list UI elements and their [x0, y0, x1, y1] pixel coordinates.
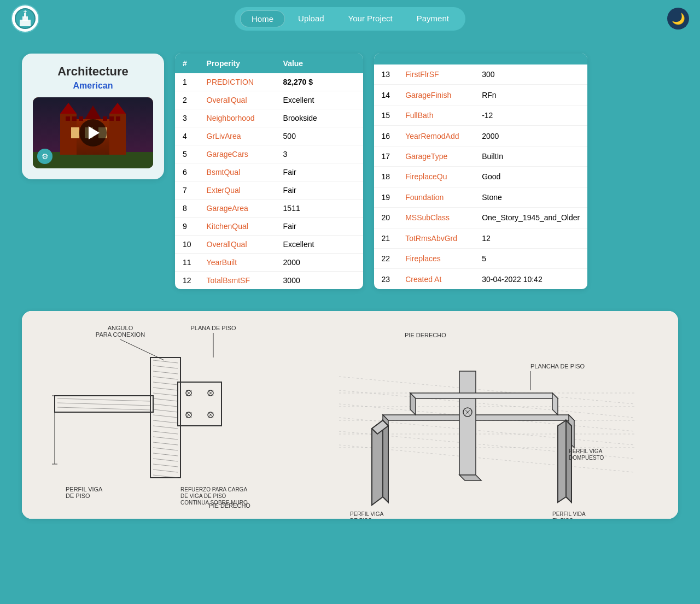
blueprint-drawing: ANGULO PARA CONEXION PLANA DE PISO [22, 311, 678, 519]
svg-text:PIE DERECHO: PIE DERECHO [405, 332, 446, 338]
svg-text:PERFIL VIDA: PERFIL VIDA [552, 511, 586, 517]
row-num: 20 [374, 208, 398, 228]
col-header-num-2 [374, 54, 398, 64]
table-row: 7 ExterQual Fair [175, 181, 363, 200]
row-num: 16 [374, 126, 398, 146]
svg-rect-19 [79, 116, 83, 121]
row-prop: GarageCars [199, 145, 276, 163]
col-header-val-1: Value [276, 54, 363, 73]
svg-text:PERFIL VIGA: PERFIL VIGA [350, 511, 384, 517]
table-row: 3 Neighborhood Brookside [175, 109, 363, 127]
row-val: 3 [276, 145, 363, 163]
svg-rect-3 [24, 13, 26, 17]
row-num: 11 [175, 254, 199, 272]
table-row: 21 TotRmsAbvGrd 12 [374, 228, 588, 248]
table-row: 22 Fireplaces 5 [374, 249, 588, 269]
table-row: 11 YearBuilt 2000 [175, 254, 363, 272]
card-image: ⚙ [33, 97, 153, 168]
blueprint-section: ANGULO PARA CONEXION PLANA DE PISO [22, 311, 678, 519]
row-val: One_Story_1945_and_Older [474, 208, 587, 228]
row-prop: ExterQual [199, 181, 276, 200]
row-val: Fair [276, 218, 363, 236]
row-prop: Neighborhood [199, 109, 276, 127]
col-header-prop-2 [398, 54, 474, 64]
row-num: 2 [175, 91, 199, 109]
svg-rect-23 [22, 311, 678, 519]
svg-text:DE PISO: DE PISO [66, 492, 90, 499]
nav-your-project[interactable]: Your Project [337, 10, 404, 27]
row-val: 500 [276, 127, 363, 145]
table-row: 9 KitchenQual Fair [175, 218, 363, 236]
row-prop: OverallQual [199, 236, 276, 254]
blueprint-container: ANGULO PARA CONEXION PLANA DE PISO [22, 311, 678, 519]
table-row: 15 FullBath -12 [374, 105, 588, 125]
svg-text:PIE DERECHO: PIE DERECHO [209, 502, 250, 509]
table-row: 8 GarageArea 1511 [175, 200, 363, 218]
row-num: 14 [374, 85, 398, 105]
row-val: Brookside [276, 109, 363, 127]
play-button[interactable] [79, 119, 107, 146]
col-header-num-1: # [175, 54, 199, 73]
row-num: 22 [374, 249, 398, 269]
svg-text:PARA CONEXION: PARA CONEXION [96, 331, 145, 338]
svg-marker-105 [558, 420, 566, 502]
row-prop: YearBuilt [199, 254, 276, 272]
row-val: Excellent [276, 236, 363, 254]
svg-text:ANGULO: ANGULO [108, 325, 133, 331]
svg-text:DE PISO: DE PISO [350, 518, 372, 519]
row-val: Good [474, 167, 587, 187]
table-row: 19 Foundation Stone [374, 187, 588, 207]
row-num: 13 [374, 64, 398, 85]
row-num: 3 [175, 109, 199, 127]
nav-home[interactable]: Home [240, 10, 285, 27]
row-prop: FirstFlrSF [398, 64, 474, 85]
row-val: 5 [474, 249, 587, 269]
row-prop: BsmtQual [199, 163, 276, 181]
svg-text:REFUERZO PARA CARGA: REFUERZO PARA CARGA [180, 486, 247, 492]
svg-marker-90 [383, 415, 574, 420]
svg-text:DE VIGA DE PISO: DE VIGA DE PISO [180, 493, 226, 499]
row-val: 12 [474, 228, 587, 248]
row-prop: TotalBsmtSF [199, 272, 276, 290]
row-val: 2000 [276, 254, 363, 272]
row-num: 4 [175, 127, 199, 145]
moon-icon: 🌙 [672, 12, 685, 25]
properties-table-1: # Properity Value 1 PREDICTION 82,270 $ … [175, 54, 363, 289]
table-row: 1 PREDICTION 82,270 $ [175, 73, 363, 91]
svg-text:PERFIL VIGA: PERFIL VIGA [569, 448, 603, 454]
logo [11, 4, 39, 33]
table-row: 6 BsmtQual Fair [175, 163, 363, 181]
svg-text:PERFIL VIGA: PERFIL VIGA [66, 486, 103, 492]
col-header-prop-1: Properity [199, 54, 276, 73]
svg-marker-101 [383, 420, 388, 502]
row-num: 19 [374, 187, 398, 207]
row-val: 300 [474, 64, 587, 85]
row-prop: YearRemodAdd [398, 126, 474, 146]
table-row: 14 GarageFinish RFn [374, 85, 588, 105]
row-prop: FireplaceQu [398, 167, 474, 187]
row-num: 23 [374, 269, 398, 289]
dark-mode-button[interactable]: 🌙 [667, 8, 689, 30]
table-row: 16 YearRemodAdd 2000 [374, 126, 588, 146]
svg-text:EL PISO: EL PISO [552, 518, 574, 519]
row-val: 30-04-2022 10:42 [474, 269, 587, 289]
svg-rect-14 [71, 127, 79, 138]
row-prop: Fireplaces [398, 249, 474, 269]
svg-marker-93 [459, 371, 476, 475]
row-prop: FullBath [398, 105, 474, 125]
table-row: 23 Created At 30-04-2022 10:42 [374, 269, 588, 289]
row-num: 1 [175, 73, 199, 91]
row-val: 3000 [276, 272, 363, 290]
row-val: Fair [276, 181, 363, 200]
svg-rect-21 [109, 116, 114, 121]
row-val: Excellent [276, 91, 363, 109]
nav-payment[interactable]: Payment [406, 10, 460, 27]
svg-text:DOMPUESTO: DOMPUESTO [569, 455, 604, 461]
row-prop: GarageArea [199, 200, 276, 218]
nav-upload[interactable]: Upload [287, 10, 335, 27]
play-icon [89, 126, 100, 139]
svg-rect-22 [116, 116, 120, 121]
svg-rect-17 [66, 116, 70, 121]
col-header-val-2 [474, 54, 587, 64]
svg-marker-95 [410, 393, 558, 398]
